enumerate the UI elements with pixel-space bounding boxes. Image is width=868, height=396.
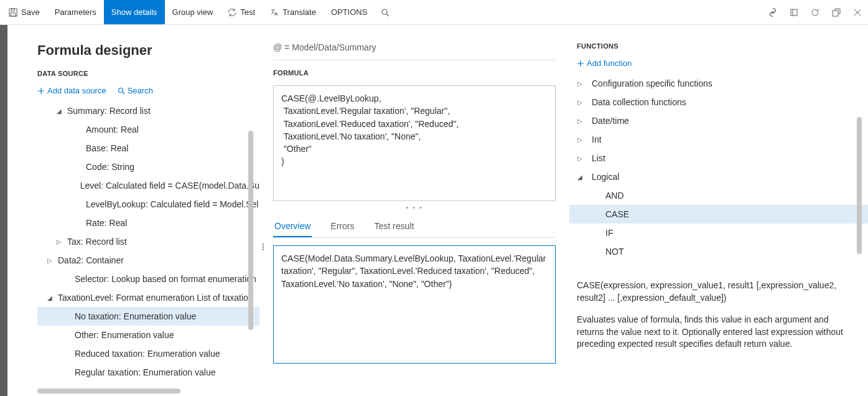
function-signature: CASE(expression, expression_value1, resu…: [577, 280, 848, 304]
add-data-source-label: Add data source: [47, 86, 106, 95]
tree-item-label: Regular taxation: Enumeration value: [75, 367, 215, 377]
function-explain: Evaluates value of formula, finds this v…: [577, 314, 848, 351]
tree-item[interactable]: Amount: Real: [37, 120, 259, 139]
tree-item[interactable]: ▷Tax: Record list: [37, 232, 259, 251]
search-data-source-button[interactable]: Search: [118, 86, 153, 95]
tree-item-label: Code: String: [86, 162, 134, 172]
function-group-label: Logical: [592, 172, 619, 182]
caret-right-icon: ▷: [56, 238, 62, 245]
main: Formula designer DATA SOURCE Add data so…: [7, 25, 868, 396]
close-button[interactable]: [847, 0, 868, 24]
tree-hscroll[interactable]: [37, 389, 180, 394]
data-source-label: DATA SOURCE: [37, 70, 259, 77]
data-source-tree: ◢Summary: Record listAmount: RealBase: R…: [37, 101, 259, 394]
options-button[interactable]: OPTIONS: [324, 0, 375, 24]
tab-errors[interactable]: Errors: [329, 215, 355, 237]
caret-icon: ▷: [577, 99, 583, 106]
tree-item[interactable]: ◢TaxationLevel: Format enumeration List …: [37, 288, 259, 307]
translate-icon: [270, 8, 279, 17]
translate-button[interactable]: Translate: [263, 0, 324, 24]
function-group[interactable]: ▷Date/time: [577, 111, 854, 130]
resize-dots-h[interactable]: • • •: [273, 204, 556, 211]
overview-output[interactable]: CASE(Model.Data.Summary.LevelByLookup, T…: [273, 245, 556, 364]
data-source-panel: Formula designer DATA SOURCE Add data so…: [7, 25, 259, 396]
tree-item[interactable]: LevelByLookup: Calculated field = Model.…: [37, 195, 259, 214]
show-details-label: Show details: [111, 7, 157, 17]
save-button[interactable]: Save: [1, 0, 47, 24]
function-item[interactable]: AND: [577, 186, 854, 205]
toolbar: Save Parameters Show details Group view …: [0, 0, 868, 25]
tree-scrollbar[interactable]: [248, 131, 253, 330]
search-button[interactable]: [375, 0, 396, 24]
function-item-label: CASE: [605, 209, 629, 219]
add-data-source-button[interactable]: Add data source: [37, 86, 106, 95]
parameters-button[interactable]: Parameters: [47, 0, 104, 24]
show-details-button[interactable]: Show details: [104, 0, 165, 24]
svg-rect-2: [11, 13, 16, 16]
group-view-label: Group view: [172, 7, 213, 17]
function-group[interactable]: ▷Configuration specific functions: [577, 74, 854, 93]
test-button[interactable]: Test: [220, 0, 263, 24]
popout-button[interactable]: [826, 0, 847, 24]
svg-rect-1: [11, 9, 14, 11]
caret-icon: ◢: [577, 174, 583, 181]
function-group-label: Data collection functions: [592, 97, 686, 107]
function-group[interactable]: ▷List: [577, 149, 854, 167]
tab-test-result[interactable]: Test result: [373, 215, 415, 237]
tree-item-label: Tax: Record list: [67, 237, 127, 247]
function-description: CASE(expression, expression_value1, resu…: [577, 280, 854, 351]
search-small-icon: [118, 87, 125, 95]
svg-point-6: [118, 88, 123, 92]
caret-icon: ▷: [577, 155, 583, 162]
function-group-label: Configuration specific functions: [592, 78, 712, 88]
formula-path: @ = Model/Data/Summary: [273, 42, 556, 60]
office-button[interactable]: [783, 0, 805, 24]
caret-icon: ▷: [577, 136, 583, 143]
function-group[interactable]: ▷Int: [577, 130, 854, 149]
tree-item[interactable]: Rate: Real: [37, 214, 259, 232]
function-item[interactable]: IF: [577, 224, 854, 242]
caret-down-icon: ◢: [47, 295, 53, 301]
functions-scrollbar[interactable]: [857, 117, 862, 254]
tree-item[interactable]: Level: Calculated field = CASE(model.Dat…: [37, 176, 259, 195]
function-item-label: AND: [605, 191, 624, 200]
tree-item-label: TaxationLevel: Format enumeration List o…: [58, 293, 248, 303]
tree-item[interactable]: ◢Summary: Record list: [37, 101, 259, 120]
save-icon: [9, 8, 17, 17]
function-item[interactable]: CASE: [577, 205, 854, 224]
plus-icon: [37, 87, 45, 95]
formula-editor[interactable]: CASE(@.LevelByLookup, TaxationLevel.'Reg…: [273, 85, 556, 201]
refresh-page-icon: [811, 8, 819, 17]
function-item[interactable]: NOT: [577, 242, 854, 261]
svg-rect-4: [791, 9, 797, 16]
tree-item[interactable]: ▷Data2: Container: [37, 251, 259, 270]
tree-item[interactable]: No taxation: Enumeration value: [37, 307, 259, 326]
tree-item-label: No taxation: Enumeration value: [75, 311, 196, 321]
tree-item-label: Rate: Real: [86, 218, 127, 228]
link-button[interactable]: [762, 0, 783, 24]
refresh-page-button[interactable]: [805, 0, 826, 24]
refresh-icon: [228, 8, 236, 17]
function-item-label: NOT: [605, 247, 624, 257]
function-group[interactable]: ◢Logical: [577, 167, 854, 186]
svg-rect-5: [833, 11, 838, 16]
function-group[interactable]: ▷Data collection functions: [577, 93, 854, 111]
svg-point-3: [382, 9, 387, 14]
function-item-label: IF: [605, 228, 613, 238]
tree-item[interactable]: Other: Enumeration value: [37, 326, 259, 344]
tree-item[interactable]: Selector: Lookup based on format enumera…: [37, 270, 259, 288]
tree-item[interactable]: Regular taxation: Enumeration value: [37, 363, 259, 382]
tree-item[interactable]: Reduced taxation: Enumeration value: [37, 344, 259, 363]
tree-item[interactable]: Base: Real: [37, 139, 259, 158]
caret-right-icon: ▷: [47, 257, 53, 264]
tree-item-label: Summary: Record list: [67, 106, 151, 116]
tree-item[interactable]: Code: String: [37, 158, 259, 176]
close-icon: [853, 8, 862, 17]
formula-label: FORMULA: [273, 69, 556, 77]
search-data-source-label: Search: [128, 86, 153, 95]
group-view-button[interactable]: Group view: [165, 0, 221, 24]
resize-dots-v[interactable]: •••: [262, 243, 264, 250]
tree-item-label: Reduced taxation: Enumeration value: [75, 349, 220, 359]
add-function-button[interactable]: Add function: [577, 59, 632, 68]
tab-overview[interactable]: Overview: [273, 215, 312, 237]
